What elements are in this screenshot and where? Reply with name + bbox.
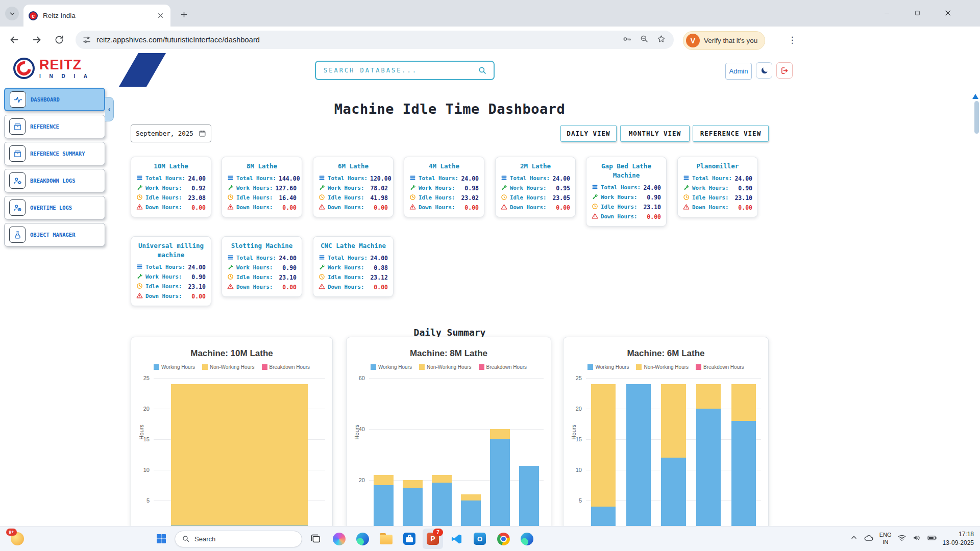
outlook-icon: O (474, 533, 486, 545)
chart-card: Machine: 6M LatheWorking HoursNon-Workin… (563, 337, 769, 527)
clock[interactable]: 17:18 13-09-2025 (943, 530, 974, 547)
volume-button[interactable] (912, 533, 921, 544)
metric-label: Idle Hours: (510, 194, 547, 201)
copilot-button[interactable] (329, 529, 349, 549)
gridline (369, 429, 544, 430)
powerpoint-button[interactable]: P 7 (423, 529, 443, 549)
page-viewport: REITZ I N D I A Admin DASHBOARDREFERENCE… (0, 53, 980, 527)
chrome-button[interactable] (493, 529, 513, 549)
idle-hours-icon (136, 193, 143, 203)
metric-label: Idle Hours: (601, 204, 638, 210)
metric-row-down: Down Hours:0.00 (409, 203, 479, 212)
sidebar-item-dashboard[interactable]: DASHBOARD (4, 88, 105, 111)
window-close-button[interactable] (936, 0, 960, 26)
sidebar-item-reference[interactable]: REFERENCE (4, 115, 105, 138)
window-minimize-button[interactable] (875, 0, 898, 26)
scroll-up-icon[interactable] (972, 91, 978, 99)
new-tab-button[interactable] (178, 8, 190, 20)
zoom-icon[interactable] (640, 34, 649, 45)
monthly-view-button[interactable]: MONTHLY VIEW (620, 125, 690, 142)
legend-swatch (419, 364, 425, 370)
calendar-icon[interactable] (199, 130, 206, 137)
month-picker[interactable]: September, 2025 (131, 124, 211, 142)
metric-row-down: Down Hours:0.00 (227, 203, 297, 212)
task-view-button[interactable] (305, 529, 326, 549)
archive-icon (9, 145, 26, 162)
database-search-input[interactable] (323, 66, 478, 74)
widgets-button[interactable]: 9+ (8, 530, 27, 548)
language-indicator[interactable]: ENG IN (879, 532, 892, 546)
bookmark-star-icon[interactable] (656, 34, 666, 46)
sidebar-collapse-button[interactable]: ‹ (105, 97, 114, 121)
address-bar[interactable]: reitz.appshives.com/futuristicInterface/… (76, 31, 674, 49)
machine-card: Universal milling machineTotal Hours:24.… (131, 236, 211, 306)
browser-menu-icon[interactable]: ⋮ (785, 33, 799, 47)
month-picker-value: September, 2025 (136, 130, 195, 137)
passwords-key-icon[interactable] (622, 34, 632, 46)
daily-view-button[interactable]: DAILY VIEW (560, 125, 617, 142)
metric-label: Total Hours: (145, 264, 185, 270)
tray-expand-button[interactable] (850, 534, 858, 544)
reference-view-button[interactable]: REFERENCE VIEW (693, 125, 769, 142)
file-explorer-icon (380, 535, 393, 544)
url-text[interactable]: reitz.appshives.com/futuristicInterface/… (96, 36, 260, 44)
scrollbar-thumb[interactable] (974, 101, 979, 134)
legend-item: Non-Working Hours (636, 364, 689, 370)
metric-label: Work Hours: (328, 185, 364, 191)
browser-tab[interactable]: e Reitz India (23, 5, 170, 27)
theme-toggle-button[interactable] (756, 62, 772, 79)
forward-button[interactable] (29, 32, 45, 48)
metric-value: 23.12 (370, 274, 388, 281)
microsoft-store-button[interactable] (399, 529, 420, 549)
gridline (154, 378, 325, 379)
outlook-button[interactable]: O (470, 529, 490, 549)
edge-button-2[interactable] (517, 529, 537, 549)
profile-avatar: V (686, 34, 700, 47)
metric-value: 0.90 (647, 194, 661, 201)
metric-row-total: Total Hours:144.00 (227, 173, 297, 183)
metric-value: 24.00 (552, 175, 570, 182)
battery-button[interactable] (927, 533, 937, 545)
search-icon[interactable] (478, 66, 487, 75)
edge-button[interactable] (352, 529, 373, 549)
profile-verify-button[interactable]: V Verify that it's you (683, 31, 765, 50)
taskbar-search-label: Search (194, 535, 215, 543)
taskbar-search-box[interactable]: Search (175, 531, 302, 547)
legend-item: Working Hours (587, 364, 629, 370)
activity-icon (10, 91, 26, 108)
metric-value: 120.00 (370, 175, 391, 182)
sidebar-item-object-manager[interactable]: OBJECT MANAGER (4, 223, 105, 246)
onedrive-button[interactable] (864, 533, 874, 545)
metric-value: 24.00 (188, 175, 206, 182)
admin-button[interactable]: Admin (725, 63, 752, 80)
window-maximize-button[interactable] (905, 0, 929, 26)
tab-search-button[interactable] (5, 7, 19, 20)
metric-value: 0.00 (464, 204, 479, 211)
metric-row-total: Total Hours:24.00 (592, 183, 661, 192)
bar-segment-working (626, 384, 651, 527)
metric-label: Idle Hours: (145, 194, 182, 201)
file-explorer-button[interactable] (376, 529, 396, 549)
chart-legend: Working HoursNon-Working HoursBreakdown … (564, 364, 768, 370)
y-tick-label: 25 (564, 375, 582, 381)
tab-close-icon[interactable] (155, 11, 165, 21)
wifi-button[interactable] (897, 533, 906, 544)
metric-label: Total Hours: (419, 175, 458, 182)
metric-label: Down Hours: (145, 204, 182, 211)
site-info-icon[interactable] (82, 35, 91, 44)
taskbar: 9+ Search P 7 O (0, 526, 980, 551)
sidebar-item-overtime-logs[interactable]: OVERTIME LOGS (4, 196, 105, 219)
chart-plot (154, 378, 325, 527)
flask-icon (9, 227, 26, 243)
metric-row-idle: Idle Hours:23.02 (409, 193, 479, 203)
sidebar-item-label: DASHBOARD (31, 96, 60, 103)
sidebar-item-breakdown-logs[interactable]: BREAKDOWN LOGS (4, 169, 105, 192)
start-button[interactable] (151, 529, 172, 549)
vscode-button[interactable] (446, 529, 467, 549)
back-button[interactable] (6, 32, 22, 48)
machine-card: Slotting MachineTotal Hours:24.00Work Ho… (222, 236, 302, 297)
sidebar-item-reference-summary[interactable]: REFERENCE SUMMARY (4, 142, 105, 165)
chart-card: Machine: 10M LatheWorking HoursNon-Worki… (131, 337, 333, 527)
reload-button[interactable] (51, 32, 67, 48)
logout-button[interactable] (776, 62, 793, 79)
